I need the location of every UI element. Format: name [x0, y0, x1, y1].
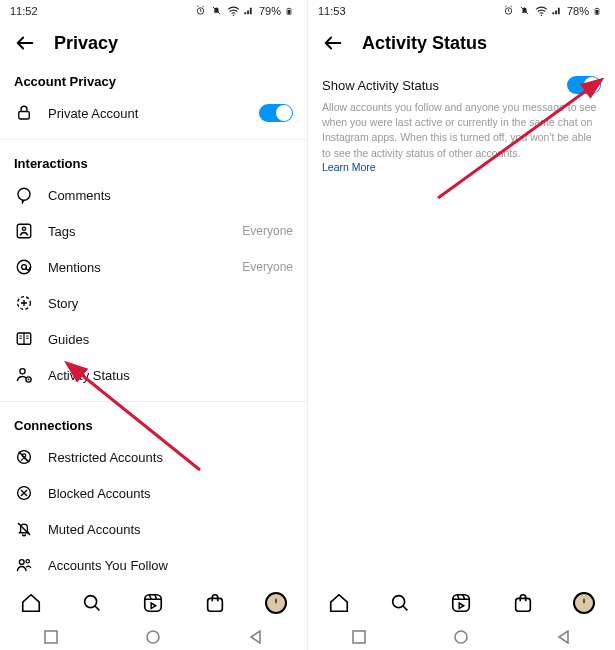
- activity-status-screen: 11:53 78% Activity Status Show Activity …: [308, 0, 615, 650]
- svg-rect-25: [45, 631, 57, 643]
- comments-label: Comments: [48, 188, 293, 203]
- show-activity-status-row[interactable]: Show Activity Status: [322, 70, 601, 100]
- svg-rect-24: [208, 598, 223, 611]
- search-tab[interactable]: [80, 591, 104, 615]
- follow-label: Accounts You Follow: [48, 558, 293, 573]
- section-heading-connections: Connections: [0, 412, 307, 439]
- private-account-toggle[interactable]: [259, 104, 293, 122]
- page-header: Privacy: [0, 22, 307, 66]
- guides-label: Guides: [48, 332, 293, 347]
- svg-point-28: [541, 14, 543, 16]
- android-nav-bar: [308, 624, 615, 650]
- shop-tab[interactable]: [511, 591, 535, 615]
- lock-icon: [14, 103, 34, 123]
- signal-icon: [551, 5, 563, 17]
- blocked-label: Blocked Accounts: [48, 486, 293, 501]
- mentions-label: Mentions: [48, 260, 228, 275]
- svg-rect-34: [453, 595, 470, 612]
- restricted-icon: [14, 447, 34, 467]
- guides-row[interactable]: Guides: [0, 321, 307, 357]
- svg-point-15: [28, 379, 30, 381]
- shop-icon: [204, 592, 226, 614]
- muted-accounts-row[interactable]: Muted Accounts: [0, 511, 307, 547]
- back-button[interactable]: [14, 32, 36, 54]
- divider: [0, 139, 307, 140]
- home-button[interactable]: [123, 628, 183, 646]
- recent-apps-button[interactable]: [21, 628, 81, 646]
- page-title: Privacy: [54, 33, 118, 54]
- page-header: Activity Status: [308, 22, 615, 66]
- accounts-you-follow-row[interactable]: Accounts You Follow: [0, 547, 307, 583]
- svg-rect-4: [288, 8, 289, 9]
- avatar-icon: [573, 592, 595, 614]
- svg-rect-23: [145, 595, 162, 612]
- home-icon: [328, 592, 350, 614]
- battery-icon: [593, 5, 605, 17]
- status-battery-text: 78%: [567, 5, 589, 17]
- search-icon: [81, 592, 103, 614]
- svg-rect-5: [19, 112, 30, 120]
- status-time: 11:53: [318, 5, 346, 17]
- svg-point-9: [17, 260, 31, 274]
- status-battery-text: 79%: [259, 5, 281, 17]
- wifi-icon: [535, 5, 547, 17]
- bottom-tab-bar: [0, 582, 307, 624]
- profile-tab[interactable]: [572, 591, 596, 615]
- arrow-left-icon: [322, 32, 344, 54]
- svg-point-20: [26, 560, 29, 563]
- home-icon: [20, 592, 42, 614]
- wifi-icon: [227, 5, 239, 17]
- story-label: Story: [48, 296, 293, 311]
- shop-tab[interactable]: [203, 591, 227, 615]
- blocked-accounts-row[interactable]: Blocked Accounts: [0, 475, 307, 511]
- mentions-row[interactable]: Mentions Everyone: [0, 249, 307, 285]
- tags-value: Everyone: [242, 224, 293, 238]
- learn-more-link[interactable]: Learn More: [322, 161, 601, 173]
- muted-icon: [14, 519, 34, 539]
- circle-icon: [146, 630, 160, 644]
- section-heading-interactions: Interactions: [0, 150, 307, 177]
- reels-tab[interactable]: [449, 591, 473, 615]
- svg-point-1: [233, 14, 235, 16]
- android-nav-bar: [0, 624, 307, 650]
- reels-icon: [450, 592, 472, 614]
- show-activity-status-toggle[interactable]: [567, 76, 601, 94]
- home-tab[interactable]: [327, 591, 351, 615]
- search-tab[interactable]: [388, 591, 412, 615]
- recent-apps-button[interactable]: [329, 628, 389, 646]
- home-button[interactable]: [431, 628, 491, 646]
- tags-icon: [14, 221, 34, 241]
- bottom-tab-bar: [308, 582, 615, 624]
- square-icon: [352, 630, 366, 644]
- page-title: Activity Status: [362, 33, 487, 54]
- back-nav-button[interactable]: [226, 628, 286, 646]
- back-nav-button[interactable]: [534, 628, 594, 646]
- reels-tab[interactable]: [141, 591, 165, 615]
- private-account-label: Private Account: [48, 106, 245, 121]
- svg-point-8: [22, 227, 25, 230]
- svg-rect-30: [596, 10, 599, 14]
- arrow-left-icon: [14, 32, 36, 54]
- reels-icon: [142, 592, 164, 614]
- triangle-icon: [557, 630, 571, 644]
- svg-point-10: [22, 265, 27, 270]
- activity-status-row[interactable]: Activity Status: [0, 357, 307, 393]
- svg-point-26: [147, 631, 159, 643]
- privacy-screen: 11:52 79%: [0, 0, 307, 650]
- svg-point-19: [19, 560, 24, 565]
- tags-row[interactable]: Tags Everyone: [0, 213, 307, 249]
- story-row[interactable]: Story: [0, 285, 307, 321]
- restricted-accounts-row[interactable]: Restricted Accounts: [0, 439, 307, 475]
- comments-row[interactable]: Comments: [0, 177, 307, 213]
- activity-status-icon: [14, 365, 34, 385]
- profile-tab[interactable]: [264, 591, 288, 615]
- back-button[interactable]: [322, 32, 344, 54]
- svg-point-37: [455, 631, 467, 643]
- status-time: 11:52: [10, 5, 38, 17]
- svg-point-6: [18, 188, 30, 200]
- signal-icon: [243, 5, 255, 17]
- private-account-row[interactable]: Private Account: [0, 95, 307, 131]
- battery-icon: [285, 5, 297, 17]
- home-tab[interactable]: [19, 591, 43, 615]
- divider: [0, 401, 307, 402]
